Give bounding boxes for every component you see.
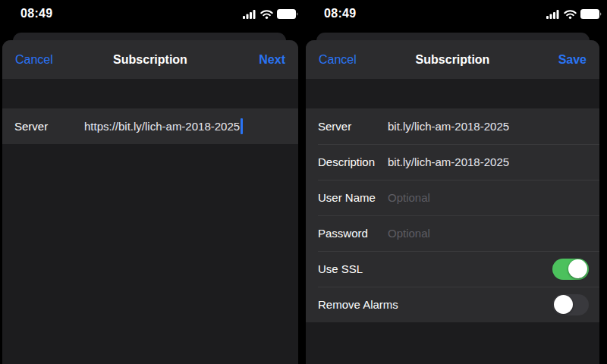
server-input[interactable]: https://bit.ly/lich-am-2018-2025 <box>84 118 243 134</box>
username-label: User Name <box>318 191 388 204</box>
server-row[interactable]: Server https://bit.ly/lich-am-2018-2025 <box>2 108 298 144</box>
description-input[interactable]: bit.ly/lich-am-2018-2025 <box>388 155 509 168</box>
password-input[interactable]: Optional <box>388 227 430 240</box>
username-input[interactable]: Optional <box>388 191 430 204</box>
subscription-sheet: Cancel Subscription Save Server bit.ly/l… <box>306 40 599 364</box>
use-ssl-row: Use SSL <box>306 251 599 287</box>
status-icons <box>546 9 602 19</box>
subscription-form: Server https://bit.ly/lich-am-2018-2025 <box>2 108 298 144</box>
remove-alarms-row: Remove Alarms <box>306 287 599 322</box>
cellular-signal-icon <box>546 10 560 19</box>
status-time: 08:49 <box>20 7 52 20</box>
description-label: Description <box>318 155 388 168</box>
wifi-icon <box>260 10 273 19</box>
text-cursor <box>241 118 243 134</box>
battery-icon <box>277 9 298 19</box>
password-row[interactable]: Password Optional <box>306 215 599 251</box>
status-icons <box>243 9 298 19</box>
subscription-sheet: Cancel Subscription Next Server https://… <box>2 40 298 364</box>
server-label: Server <box>14 120 84 133</box>
screenshot-canvas: 08:49 Cancel Subscription <box>0 0 607 364</box>
username-row[interactable]: User Name Optional <box>306 180 599 215</box>
cancel-button[interactable]: Cancel <box>15 53 53 67</box>
toggle-knob <box>568 259 587 278</box>
remove-alarms-label: Remove Alarms <box>318 298 398 311</box>
server-row[interactable]: Server bit.ly/lich-am-2018-2025 <box>306 108 599 144</box>
use-ssl-label: Use SSL <box>318 262 363 275</box>
right-screenshot: 08:49 Cancel Subscription <box>304 0 607 364</box>
remove-alarms-toggle[interactable] <box>552 294 589 315</box>
cancel-button[interactable]: Cancel <box>319 53 357 67</box>
cellular-signal-icon <box>243 10 256 19</box>
server-label: Server <box>318 120 388 133</box>
battery-icon <box>580 9 602 19</box>
next-button[interactable]: Next <box>259 53 285 67</box>
wifi-icon <box>564 10 577 19</box>
use-ssl-toggle[interactable] <box>552 259 589 280</box>
navigation-bar: Cancel Subscription Save <box>306 40 599 79</box>
status-time: 08:49 <box>324 7 356 20</box>
server-input[interactable]: bit.ly/lich-am-2018-2025 <box>388 120 509 133</box>
left-screenshot: 08:49 Cancel Subscription <box>0 0 304 364</box>
password-label: Password <box>318 227 388 240</box>
server-value: https://bit.ly/lich-am-2018-2025 <box>84 120 240 133</box>
toggle-knob <box>554 295 573 314</box>
navigation-bar: Cancel Subscription Next <box>2 40 298 79</box>
subscription-form: Server bit.ly/lich-am-2018-2025 Descript… <box>306 108 599 322</box>
description-row[interactable]: Description bit.ly/lich-am-2018-2025 <box>306 144 599 180</box>
save-button[interactable]: Save <box>558 53 587 67</box>
